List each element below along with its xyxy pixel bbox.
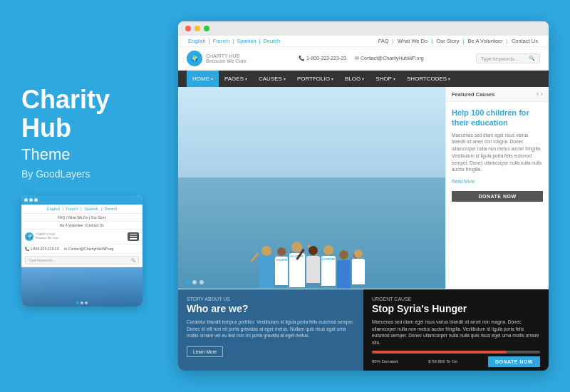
urgent-text: Maecenas sed diam eget risus varius blan… (372, 319, 540, 346)
cause-title: Help 100 children for their education (452, 108, 543, 128)
person-7 (352, 249, 365, 284)
what-we-do-link[interactable]: What We Do (398, 38, 428, 44)
mobile-hero-image (21, 267, 142, 306)
logo-text: CHARITY HUB Because We Care (206, 53, 247, 63)
chevron-down-icon: ▾ (331, 76, 333, 81)
header-contact: 📞 1-800-223-223-23 ✉ Contact@CharityHubW… (299, 56, 424, 61)
progress-bar (372, 351, 540, 354)
nav-blog[interactable]: BLOG ▾ (339, 71, 370, 87)
search-icon: 🔍 (529, 56, 535, 61)
mobile-mockup: English | French | Spanish | Deutch FAQ … (21, 195, 142, 306)
mobile-header: 🌍 CHARITY HUB Because We Care (21, 229, 142, 244)
hero-section: VOLUNTEER VOLUNTEER (178, 87, 445, 289)
nav-causes[interactable]: CAUSES ▾ (253, 71, 291, 87)
chevron-down-icon: ▾ (393, 76, 395, 81)
chevron-down-icon: ▾ (245, 76, 247, 81)
person-2: VOLUNTEER (275, 247, 288, 285)
hero-slider-dots (185, 280, 204, 284)
learn-more-button[interactable]: Learn More (187, 346, 223, 357)
site-main: VOLUNTEER VOLUNTEER (178, 87, 549, 289)
mobile-top-bar (21, 195, 142, 205)
nav-portfolio[interactable]: PORTFOLIO ▾ (291, 71, 339, 87)
nav-shop[interactable]: SHOP ▾ (370, 71, 401, 87)
volunteer-link[interactable]: Be A Volunteer (468, 38, 503, 44)
mobile-top-links: FAQ | What We Do | Our Story (21, 214, 142, 222)
crowd-area: VOLUNTEER VOLUNTEER (178, 128, 445, 289)
theme-name: Charity Hub (21, 86, 164, 142)
story-title: Who are we? (187, 303, 355, 315)
window-dot-green[interactable] (204, 26, 209, 31)
featured-causes-header: Featured Causes ‹ › (446, 87, 549, 102)
theme-title: Charity Hub Theme (21, 86, 164, 163)
person-4 (306, 246, 320, 283)
mobile-top-links-2: Be A Volunteer | Contact Us (21, 222, 142, 229)
site-header: 🌍 CHARITY HUB Because We Care 📞 1-800-22… (178, 47, 549, 71)
mobile-hamburger-button[interactable] (128, 232, 139, 241)
progress-fill (372, 351, 507, 354)
left-panel: Charity Hub Theme By GoodLayers English … (21, 86, 164, 306)
chevron-down-icon: ▾ (448, 76, 450, 81)
nav-shortcodes[interactable]: SHORTCODES ▾ (401, 71, 456, 87)
mobile-slider-dots (76, 301, 88, 304)
desktop-mockup: English | French | Spanish | Deutch FAQ … (178, 21, 549, 371)
nav-home[interactable]: HOME ▾ (187, 71, 219, 87)
lang-french[interactable]: French (213, 38, 229, 44)
lang-deutch[interactable]: Deutch (263, 38, 280, 44)
mobile-logo-text: CHARITY HUB Because We Care (36, 233, 58, 240)
language-links: English | French | Spanish | Deutch (187, 38, 281, 44)
site-logo[interactable]: 🌍 CHARITY HUB Because We Care (187, 51, 247, 66)
person-5: VOLUNTEER (321, 245, 336, 286)
urgent-section: Urgent Cause Stop Syria's Hunger Maecena… (363, 289, 549, 371)
chevron-down-icon: ▾ (284, 76, 286, 81)
cause-description: Maecenas sed diam eget risus varius blan… (452, 132, 543, 174)
prev-arrow[interactable]: ‹ (537, 91, 539, 98)
chevron-down-icon: ▾ (211, 76, 213, 81)
next-arrow[interactable]: › (541, 91, 543, 98)
story-text: Curabitur blandit tempus porttitor. Vest… (187, 319, 355, 339)
header-phone: 📞 1-800-223-223-23 (299, 56, 346, 61)
header-search[interactable]: Type keywords... 🔍 (476, 53, 540, 63)
window-dot-yellow[interactable] (195, 26, 200, 31)
urgent-label: Urgent Cause (372, 296, 540, 301)
mobile-nav-links: English | French | Spanish | Deutch (21, 205, 142, 214)
window-dot-red[interactable] (185, 26, 191, 31)
featured-causes-panel: Featured Causes ‹ › Help 100 children fo… (445, 87, 549, 289)
search-icon: 🔍 (131, 258, 135, 262)
donate-now-button[interactable]: DONATE NOW (452, 191, 543, 202)
contact-link[interactable]: Contact Us (512, 38, 538, 44)
featured-cause-card: Help 100 children for their education Ma… (446, 102, 549, 207)
nav-pages[interactable]: PAGES ▾ (219, 71, 253, 87)
progress-label: 80% Donated (372, 359, 398, 363)
amount-remaining: $ 59,866 To Go (428, 359, 457, 363)
progress-info: 80% Donated $ 59,866 To Go DONATE NOW (372, 356, 540, 367)
mobile-search-area: Type keywords... 🔍 (21, 254, 142, 267)
lang-spanish[interactable]: Spanish (237, 38, 256, 44)
mobile-contact: 📞 1-800-223-223-23 ✉ Contact@CharityHubW… (21, 244, 142, 254)
story-label: Story About Us (187, 296, 355, 301)
mobile-window-dots (24, 198, 38, 202)
mobile-hero-overlay (21, 267, 142, 306)
carousel-arrows: ‹ › (537, 91, 543, 98)
urgent-donate-button[interactable]: DONATE NOW (488, 356, 540, 367)
our-story-link[interactable]: Our Story (436, 38, 459, 44)
site-nav: HOME ▾ PAGES ▾ CAUSES ▾ PORTFOLIO ▾ BLOG… (178, 71, 549, 87)
urgent-content: Urgent Cause Stop Syria's Hunger Maecena… (372, 296, 540, 367)
site-top-bar: English | French | Spanish | Deutch FAQ … (178, 36, 549, 47)
read-more-link[interactable]: Read More (452, 179, 543, 184)
mobile-logo: 🌍 CHARITY HUB Because We Care (25, 232, 58, 241)
urgent-title: Stop Syria's Hunger (372, 303, 540, 315)
hero-image: VOLUNTEER VOLUNTEER (178, 87, 445, 289)
logo-icon: 🌍 (187, 51, 202, 66)
person-1 (259, 246, 274, 289)
header-email: ✉ Contact@CharityHubWP.org (355, 56, 424, 61)
lang-english[interactable]: English (188, 38, 206, 44)
desktop-title-bar (178, 21, 549, 36)
mobile-logo-icon: 🌍 (25, 232, 33, 241)
theme-subtitle: Theme (21, 145, 164, 164)
top-right-links: FAQ | What We Do | Our Story | Be A Volu… (376, 38, 540, 44)
mobile-search-input[interactable]: Type keywords... 🔍 (25, 256, 139, 264)
person-6 (337, 250, 351, 289)
story-section: Story About Us Who are we? Curabitur bla… (178, 289, 363, 371)
faq-link[interactable]: FAQ (378, 38, 389, 44)
by-line: By GoodLayers (21, 168, 164, 180)
